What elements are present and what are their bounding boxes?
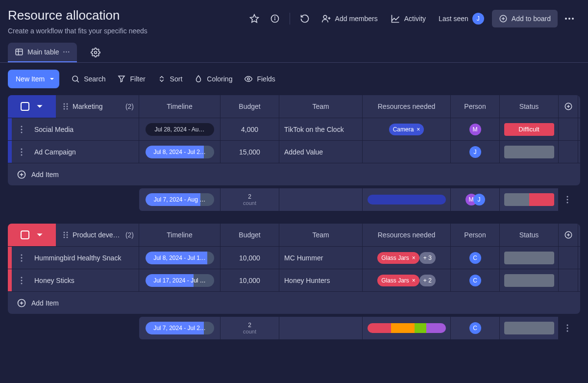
search-button[interactable]: Search bbox=[71, 75, 105, 83]
timeline-pill[interactable]: Jul 17, 2024 - Jul … bbox=[146, 274, 214, 287]
page-subtitle[interactable]: Create a workflow that fits your specifi… bbox=[8, 27, 240, 35]
summary-more-icon[interactable] bbox=[559, 188, 576, 211]
resource-tag[interactable]: Glass Jars × bbox=[377, 252, 419, 264]
cell-team[interactable]: MC Hummer bbox=[279, 247, 363, 269]
resource-tag[interactable]: + 2 bbox=[419, 275, 436, 286]
cell-person[interactable]: C bbox=[451, 247, 500, 269]
group-checkbox[interactable] bbox=[21, 230, 29, 239]
cell-status[interactable]: Difficult bbox=[500, 118, 559, 140]
item-name[interactable]: Ad Campaign bbox=[31, 141, 139, 163]
group-name-cell[interactable]: Product deve… (2) bbox=[56, 224, 139, 246]
cell-timeline[interactable]: Jul 17, 2024 - Jul … bbox=[139, 269, 220, 291]
item-name[interactable]: Honey Sticks bbox=[31, 269, 139, 291]
add-members-button[interactable]: Add members bbox=[317, 10, 383, 27]
cell-timeline[interactable]: Jul 8, 2024 - Jul 1… bbox=[139, 247, 220, 269]
summary-more-icon[interactable] bbox=[559, 317, 576, 339]
cell-budget[interactable]: 4,000 bbox=[220, 118, 279, 140]
status-badge[interactable] bbox=[504, 274, 554, 287]
add-item-row[interactable]: Add Item bbox=[8, 291, 580, 314]
summary-timeline[interactable]: Jul 7, 2024 - Jul 2… bbox=[139, 317, 220, 339]
row-drag-icon[interactable] bbox=[12, 118, 31, 140]
plus-circle-icon[interactable] bbox=[12, 298, 31, 308]
group-name-cell[interactable]: Marketing (2) bbox=[56, 95, 139, 118]
col-status[interactable]: Status bbox=[500, 95, 559, 118]
avatar[interactable]: C bbox=[469, 275, 481, 286]
item-name[interactable]: Hummingbird Healthy Snack bbox=[31, 247, 139, 269]
timeline-pill[interactable]: Jul 28, 2024 - Au… bbox=[146, 123, 214, 136]
col-person[interactable]: Person bbox=[451, 95, 500, 118]
summary-budget[interactable]: 2 count bbox=[220, 188, 279, 211]
col-budget[interactable]: Budget bbox=[220, 95, 279, 118]
info-icon[interactable] bbox=[266, 10, 284, 27]
row-drag-icon[interactable] bbox=[12, 247, 31, 269]
cell-budget[interactable]: 10,000 bbox=[220, 269, 279, 291]
cell-status[interactable] bbox=[500, 269, 559, 291]
resource-tag[interactable]: Camera × bbox=[389, 124, 424, 135]
cell-timeline[interactable]: Jul 28, 2024 - Au… bbox=[139, 118, 220, 140]
col-person[interactable]: Person bbox=[451, 224, 500, 246]
summary-budget[interactable]: 2 count bbox=[220, 317, 279, 339]
tab-more-icon[interactable]: ··· bbox=[63, 48, 71, 56]
add-column-button[interactable] bbox=[559, 95, 578, 118]
chevron-down-icon[interactable] bbox=[36, 231, 43, 238]
item-name[interactable]: Social Media bbox=[31, 118, 139, 140]
summary-person[interactable]: C bbox=[451, 317, 500, 339]
cell-budget[interactable]: 10,000 bbox=[220, 247, 279, 269]
cell-resources[interactable] bbox=[363, 141, 451, 163]
resource-tag[interactable]: Glass Jars × bbox=[377, 275, 419, 286]
gear-icon[interactable] bbox=[87, 44, 104, 61]
row-drag-icon[interactable] bbox=[12, 269, 31, 291]
tab-main-table[interactable]: Main table ··· bbox=[8, 43, 77, 62]
activity-button[interactable]: Activity bbox=[386, 10, 431, 27]
timeline-pill[interactable]: Jul 8, 2024 - Jul 1… bbox=[146, 252, 214, 264]
col-budget[interactable]: Budget bbox=[220, 224, 279, 246]
cell-person[interactable]: J bbox=[451, 141, 500, 163]
sort-button[interactable]: Sort bbox=[157, 75, 183, 83]
resource-tag[interactable]: + 3 bbox=[419, 252, 436, 264]
row-drag-icon[interactable] bbox=[12, 141, 31, 163]
filter-button[interactable]: Filter bbox=[117, 75, 145, 83]
table-row[interactable]: Social Media Jul 28, 2024 - Au… 4,000 Ti… bbox=[8, 118, 580, 140]
cell-status[interactable] bbox=[500, 247, 559, 269]
status-badge[interactable] bbox=[504, 252, 554, 264]
status-badge[interactable]: Difficult bbox=[504, 123, 554, 136]
summary-resources[interactable] bbox=[363, 188, 451, 211]
avatar[interactable]: C bbox=[469, 252, 481, 264]
col-team[interactable]: Team bbox=[279, 224, 363, 246]
cell-team[interactable]: Added Value bbox=[279, 141, 363, 163]
star-icon[interactable] bbox=[245, 10, 263, 27]
cell-person[interactable]: C bbox=[451, 269, 500, 291]
coloring-button[interactable]: Coloring bbox=[194, 75, 232, 83]
add-column-button[interactable] bbox=[559, 224, 578, 246]
summary-status[interactable] bbox=[500, 317, 559, 339]
avatar[interactable]: J bbox=[469, 146, 481, 158]
col-team[interactable]: Team bbox=[279, 95, 363, 118]
new-item-button[interactable]: New Item bbox=[8, 70, 59, 88]
cell-timeline[interactable]: Jul 8, 2024 - Jul 2… bbox=[139, 141, 220, 163]
timeline-pill[interactable]: Jul 8, 2024 - Jul 2… bbox=[146, 146, 214, 158]
col-status[interactable]: Status bbox=[500, 224, 559, 246]
summary-status[interactable] bbox=[500, 188, 559, 211]
group-checkbox[interactable] bbox=[21, 102, 29, 111]
summary-person[interactable]: MJ bbox=[451, 188, 500, 211]
col-timeline[interactable]: Timeline bbox=[139, 224, 220, 246]
cell-team[interactable]: Honey Hunters bbox=[279, 269, 363, 291]
close-icon[interactable]: × bbox=[412, 255, 416, 261]
table-row[interactable]: Ad Campaign Jul 8, 2024 - Jul 2… 15,000 … bbox=[8, 140, 580, 163]
drag-icon[interactable] bbox=[63, 231, 69, 239]
table-row[interactable]: Hummingbird Healthy Snack Jul 8, 2024 - … bbox=[8, 246, 580, 269]
close-icon[interactable]: × bbox=[412, 277, 416, 284]
add-item-row[interactable]: Add Item bbox=[8, 163, 580, 185]
col-resources[interactable]: Resources needed bbox=[363, 224, 451, 246]
plus-circle-icon[interactable] bbox=[12, 170, 31, 179]
add-to-board-button[interactable]: Add to board bbox=[492, 10, 558, 27]
status-badge[interactable] bbox=[504, 146, 554, 158]
close-icon[interactable]: × bbox=[416, 126, 420, 133]
cell-resources[interactable]: Camera × bbox=[363, 118, 451, 140]
avatar[interactable]: M bbox=[469, 124, 481, 135]
drag-icon[interactable] bbox=[63, 102, 69, 110]
summary-timeline[interactable]: Jul 7, 2024 - Aug … bbox=[139, 188, 220, 211]
cell-budget[interactable]: 15,000 bbox=[220, 141, 279, 163]
last-seen-button[interactable]: Last seen J bbox=[434, 10, 489, 27]
col-resources[interactable]: Resources needed bbox=[363, 95, 451, 118]
